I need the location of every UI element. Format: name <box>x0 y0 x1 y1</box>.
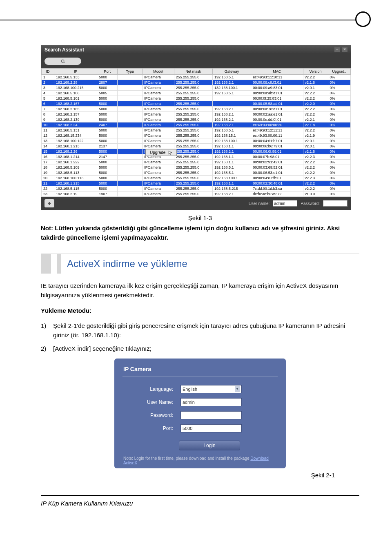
table-header[interactable]: IP <box>54 69 97 75</box>
close-icon[interactable]: × <box>342 47 347 52</box>
table-cell <box>118 91 143 96</box>
table-cell <box>118 133 143 138</box>
password-input[interactable] <box>323 200 347 207</box>
table-row[interactable]: 16192.168.1.2142147IPCamera255.255.255.0… <box>42 154 351 160</box>
table-row[interactable]: 1192.168.5.1335000IPCamera255.255.255.01… <box>42 75 351 80</box>
table-cell: 192.168.2.1 <box>212 192 251 197</box>
table-row[interactable]: 17192.168.1.2225000IPCamera255.255.255.0… <box>42 160 351 165</box>
table-cell: 0% <box>328 128 350 133</box>
figure-2-caption: Şekil 2-1 <box>41 472 359 479</box>
table-row[interactable]: 8192.168.2.1575000IPCamera255.255.255.01… <box>42 112 351 117</box>
table-cell: 192.168.1.1 <box>212 144 251 149</box>
table-cell: 0% <box>328 91 350 96</box>
table-row[interactable]: 18192.168.5.1095000IPCamera255.255.255.0… <box>42 165 351 170</box>
table-row[interactable]: 12192.168.15.2345000IPCamera255.255.255.… <box>42 133 351 138</box>
table-cell <box>118 85 143 91</box>
table-cell: v2.1.8 <box>303 122 328 128</box>
table-cell: IPCamera <box>143 112 174 117</box>
table-cell: 255.255.255.0 <box>174 85 212 91</box>
table-cell: IPCamera <box>143 181 174 186</box>
table-row[interactable]: 14192.168.1.2132137IPCamera255.255.255.0… <box>42 144 351 149</box>
table-cell: 192.168.1.1 <box>212 160 251 165</box>
device-table: IDIPPortTypeModelNet maskGatewayMACVersi… <box>41 68 351 197</box>
username-input[interactable] <box>273 200 297 207</box>
table-row[interactable]: 6192.168.2.1675000IPCamera255.255.255.00… <box>42 101 351 107</box>
table-cell: 255.255.255.0 <box>174 138 212 144</box>
port-field[interactable]: 5000 <box>180 424 242 432</box>
table-row[interactable]: 4192.168.5.1065005IPCamera255.255.255.01… <box>42 91 351 96</box>
table-cell <box>118 138 143 144</box>
table-header[interactable]: Version <box>303 69 328 75</box>
table-cell: 255.255.255.0 <box>174 154 212 160</box>
table-cell: 5000 <box>97 117 118 122</box>
window-title: Search Assistant <box>45 47 84 53</box>
table-cell <box>118 80 143 85</box>
table-cell: 255.255.255.0 <box>174 186 212 192</box>
table-row[interactable]: 15192.168.2.265000IPCamera255.255.255.01… <box>42 149 351 154</box>
table-header[interactable]: ID <box>42 69 54 75</box>
table-header[interactable]: Type <box>118 69 143 75</box>
table-header[interactable]: MAC <box>251 69 303 75</box>
table-row[interactable]: 2192.168.2.282807IPCamera255.255.255.019… <box>42 80 351 85</box>
figure-1-caption: Şekil 1-3 <box>41 214 359 221</box>
table-cell: 192.168.5.1 <box>212 128 251 133</box>
table-cell: 13 <box>42 138 54 144</box>
table-cell: IPCamera <box>143 117 174 122</box>
table-row[interactable]: 3192.168.100.2155000IPCamera255.255.255.… <box>42 85 351 91</box>
search-icon <box>61 59 65 64</box>
table-cell: 8 <box>42 112 54 117</box>
table-row[interactable]: 20192.168.100.1185000IPCamera255.255.255… <box>42 176 351 181</box>
table-cell: IPCamera <box>143 144 174 149</box>
table-cell: IPCamera <box>143 133 174 138</box>
table-header[interactable]: Upgrad.. <box>328 69 350 75</box>
username-label: User Name: <box>123 399 180 405</box>
table-cell: 4 <box>42 91 54 96</box>
table-cell: v2.2.2 <box>303 91 328 96</box>
table-cell: 11 <box>42 128 54 133</box>
table-cell: 5000 <box>97 112 118 117</box>
table-row[interactable]: 11192.168.5.1315000IPCamera255.255.255.0… <box>42 128 351 133</box>
password-field[interactable] <box>180 411 242 419</box>
search-input[interactable] <box>45 58 81 65</box>
step-2: 2) [ActiveX İndir] seçeneğine tıklayınız… <box>41 344 359 353</box>
login-button[interactable]: Login <box>179 441 240 450</box>
step-1: 1) Şekil 2-1'de gösterildiği gibi giriş … <box>41 321 359 340</box>
table-row[interactable]: 21192.168.1.2155000IPCamera255.255.255.0… <box>42 181 351 186</box>
table-cell <box>118 101 143 107</box>
context-menu-upgrade[interactable]: Upgrade <box>145 149 177 156</box>
table-cell: 1 <box>42 75 54 80</box>
table-cell: 00:00:03:69:52:01 <box>251 165 303 170</box>
table-row[interactable]: 13192.168.100.1225000IPCamera255.255.255… <box>42 138 351 144</box>
table-cell: 192.168.2.139 <box>54 117 97 122</box>
table-cell: IPCamera <box>143 160 174 165</box>
table-cell: v2.2.2 <box>303 96 328 101</box>
table-row[interactable]: 9192.168.2.1395000IPCamera255.255.255.01… <box>42 117 351 122</box>
table-row[interactable]: 23192.168.2.191907IPCamera255.255.255.01… <box>42 192 351 197</box>
table-cell <box>118 186 143 192</box>
table-header[interactable]: Net mask <box>174 69 212 75</box>
table-cell: 2137 <box>97 144 118 149</box>
table-row[interactable]: 22192.168.5.1155000IPCamera255.255.255.0… <box>42 186 351 192</box>
minimize-icon[interactable]: − <box>334 47 340 52</box>
table-cell <box>118 112 143 117</box>
step-number: 2) <box>41 344 53 353</box>
table-row[interactable]: 7192.168.2.1655000IPCamera255.255.255.01… <box>42 107 351 112</box>
section-marker <box>57 254 61 274</box>
table-row[interactable]: 19192.168.5.1135000IPCamera255.255.255.0… <box>42 170 351 176</box>
table-cell: 0% <box>328 112 350 117</box>
username-field[interactable]: admin <box>180 398 242 406</box>
table-cell: 00:00:06:0f:89:01 <box>251 149 303 154</box>
step-text: Şekil 2-1'de gösterildiği gibi giriş pen… <box>53 321 359 340</box>
upload-button[interactable] <box>45 199 54 207</box>
table-cell <box>118 165 143 170</box>
table-cell: 1907 <box>97 192 118 197</box>
table-header[interactable]: Port <box>97 69 118 75</box>
table-cell: 0% <box>328 170 350 176</box>
table-cell: 192.168.2.157 <box>54 112 97 117</box>
language-select[interactable]: English ▾ <box>180 385 242 393</box>
table-header[interactable]: Gateway <box>212 69 251 75</box>
table-row[interactable]: 5192.168.5.1015000IPCamera255.255.255.00… <box>42 96 351 101</box>
table-cell: v2.1.8 <box>303 80 328 85</box>
table-row[interactable]: 10192.168.2.242407IPCamera255.255.255.01… <box>42 122 351 128</box>
table-header[interactable]: Model <box>143 69 174 75</box>
